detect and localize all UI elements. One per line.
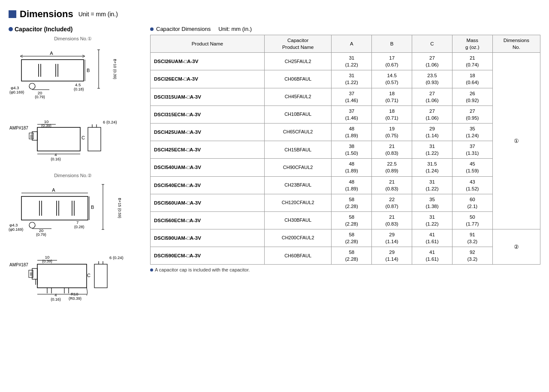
svg-text:(φ0.169): (φ0.169) [9, 90, 24, 94]
cell-cap-product: CH45FAUL2 [264, 88, 331, 106]
svg-text:(φ0.169): (φ0.169) [9, 227, 23, 232]
table-section-title: Capacitor Dimensions Unit: mm (in.) [150, 26, 540, 32]
svg-rect-68 [37, 264, 87, 288]
cell-c: 31(1.22) [412, 141, 452, 159]
section-bullet [9, 27, 13, 31]
cell-b: 21(0.83) [372, 141, 412, 159]
cell-mass: 27(0.95) [452, 106, 492, 123]
svg-text:C: C [81, 135, 85, 140]
header-product-name: Product Name [151, 35, 265, 53]
cell-mass: 26(0.92) [452, 88, 492, 106]
table-row: DSCI315UAM-□A-3VCH45FAUL237(1.46)18(0.71… [151, 88, 540, 106]
page-title-section: Dimensions Unit = mm (in.) [9, 9, 540, 20]
cell-c: 27(1.06) [412, 88, 452, 106]
amp187-svg1: AMP#187 10 (0.39) [9, 108, 120, 164]
svg-text:(0.16): (0.16) [51, 297, 61, 302]
svg-text:(0.39): (0.39) [42, 259, 52, 263]
cell-product: DSCI540ECM-□A-3V [151, 176, 265, 194]
table-row: DSCI560UAM-□A-3VCH120CFAUL258(2.28)22(0.… [151, 194, 540, 211]
header-cap-product: CapacitorProduct Name [264, 35, 331, 53]
cell-product: DSCI315ECM-□A-3V [151, 106, 265, 123]
cell-a: 48(1.89) [332, 176, 372, 194]
svg-rect-26 [37, 127, 80, 151]
table-row: DSCI425ECM-□A-3VCH15BFAUL38(1.50)21(0.83… [151, 141, 540, 159]
main-layout: Capacitor (Included) Dimensions No.① A [9, 26, 540, 314]
cell-a: 37(1.46) [332, 88, 372, 106]
svg-text:AMP#187: AMP#187 [9, 262, 28, 267]
cell-cap-product: CH90CFAUL2 [264, 159, 331, 176]
svg-text:B: B [91, 205, 94, 210]
title-unit: Unit = mm (in.) [78, 11, 118, 18]
dim1-label: Dimensions No.① [9, 36, 137, 42]
header-a: A [332, 35, 372, 53]
cell-dim-no: ① [492, 53, 540, 229]
dim1-diagram: Dimensions No.① A B [9, 36, 137, 100]
svg-text:B+15 (0.59): B+15 (0.59) [118, 198, 122, 218]
cell-product: DSCI425UAM-□A-3V [151, 123, 265, 141]
cell-b: 21(0.83) [372, 211, 412, 229]
cell-c: 41(1.61) [412, 247, 452, 265]
table-row: DSCI590UAM-□A-3VCH200CFAUL258(2.28)29(1.… [151, 229, 540, 247]
cell-mass: 43(1.52) [452, 176, 492, 194]
svg-text:B+10 (0.39): B+10 (0.39) [113, 59, 117, 79]
cell-b: 14.5(0.57) [372, 70, 412, 88]
cell-cap-product: CH25FAUL2 [264, 53, 331, 70]
cell-cap-product: CH23BFAUL [264, 176, 331, 194]
cell-c: 27(1.06) [412, 106, 452, 123]
svg-text:6 (0.24): 6 (0.24) [103, 120, 117, 124]
cell-product: DSCI26UAM-□A-3V [151, 53, 265, 70]
header-b: B [372, 35, 412, 53]
cell-c: 27(1.06) [412, 53, 452, 70]
cell-mass: 60(2.1) [452, 194, 492, 211]
amp187-diagram2: AMP#187 [9, 245, 137, 306]
svg-text:AMP#187: AMP#187 [9, 126, 28, 130]
table-bullet [150, 27, 154, 31]
cell-product: DSCI560ECM-□A-3V [151, 211, 265, 229]
cell-product: DSCI425ECM-□A-3V [151, 141, 265, 159]
cell-mass: 18(0.64) [452, 70, 492, 88]
cell-c: 29(1.14) [412, 123, 452, 141]
cell-a: 58(2.28) [332, 194, 372, 211]
cell-product: DSCI540UAM-□A-3V [151, 159, 265, 176]
svg-text:7: 7 [76, 220, 78, 225]
cell-b: 18(0.71) [372, 106, 412, 123]
cell-product: DSCI26ECM-□A-3V [151, 70, 265, 88]
cell-cap-product: CH60BFAUL [264, 247, 331, 265]
cell-product: DSCI590ECM-□A-3V [151, 247, 265, 265]
table-row: DSCI425UAM-□A-3VCH65CFAUL248(1.89)19(0.7… [151, 123, 540, 141]
table-row: DSCI560ECM-□A-3VCH30BFAUL58(2.28)21(0.83… [151, 211, 540, 229]
cell-a: 31(1.22) [332, 70, 372, 88]
cell-mass: 92(3.2) [452, 247, 492, 265]
svg-text:A: A [52, 187, 55, 193]
footnote-bullet [150, 268, 153, 271]
cell-product: DSCI560UAM-□A-3V [151, 194, 265, 211]
cell-cap-product: CH15BFAUL [264, 141, 331, 159]
svg-rect-30 [88, 127, 101, 151]
table-row: DSCI26UAM-□A-3VCH25FAUL231(1.22)17(0.67)… [151, 53, 540, 70]
cell-a: 38(1.50) [332, 141, 372, 159]
header-mass: Massg (oz.) [452, 35, 492, 53]
cell-mass: 91(3.2) [452, 229, 492, 247]
amp187-diagram1: AMP#187 10 (0.39) [9, 108, 137, 165]
svg-text:(0.18): (0.18) [74, 87, 84, 91]
svg-text:φ4.3: φ4.3 [9, 223, 18, 227]
cell-c: 31.5(1.24) [412, 159, 452, 176]
cell-a: 48(1.89) [332, 123, 372, 141]
svg-rect-23 [29, 133, 33, 139]
cell-mass: 45(1.59) [452, 159, 492, 176]
cell-cap-product: CH06BFAUL [264, 70, 331, 88]
cell-mass: 35(1.24) [452, 123, 492, 141]
svg-rect-2 [21, 60, 84, 81]
table-row: DSCI315ECM-□A-3VCH10BFAUL37(1.46)18(0.71… [151, 106, 540, 123]
table-row: DSCI540UAM-□A-3VCH90CFAUL248(1.89)22.5(0… [151, 159, 540, 176]
svg-text:4.5: 4.5 [75, 82, 81, 87]
cell-c: 31(1.22) [412, 211, 452, 229]
svg-text:(0.79): (0.79) [35, 95, 45, 99]
title-blue-box [9, 10, 16, 18]
left-panel: Capacitor (Included) Dimensions No.① A [9, 26, 137, 314]
svg-text:C: C [87, 273, 90, 278]
dim1-svg: A B B+10 (0.39) [9, 43, 120, 99]
cell-b: 21(0.83) [372, 176, 412, 194]
table-row: DSCI590ECM-□A-3VCH60BFAUL58(2.28)29(1.14… [151, 247, 540, 265]
cell-b: 22.5(0.89) [372, 159, 412, 176]
